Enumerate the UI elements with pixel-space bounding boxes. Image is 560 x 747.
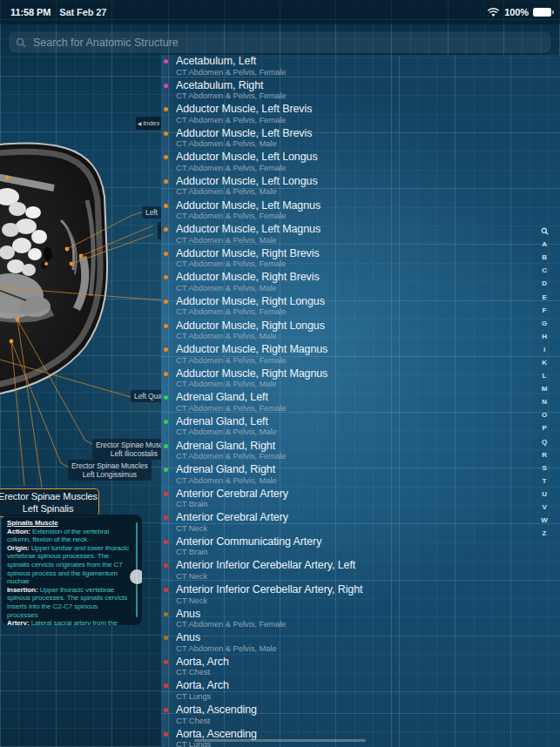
structure-source: CT Brain [176,499,208,509]
index-letter-s[interactable]: S [536,461,552,474]
index-letter-i[interactable]: I [536,343,552,356]
index-letter-c[interactable]: C [536,264,552,277]
structure-name: Adductor Muscle, Right Brevis [176,247,320,259]
structure-color-dot [164,660,168,664]
index-letter-b[interactable]: B [536,251,552,264]
info-scroll-handle[interactable] [130,569,142,584]
structure-color-dot [164,347,168,352]
list-item[interactable]: Anterior Communicating ArteryCT Brain [161,535,560,560]
info-field: Artery: Lateral sacral artery from the i… [7,619,130,625]
index-search-icon[interactable] [536,225,552,238]
list-item[interactable]: Acetabulum, RightCT Abdomen & Pelvis, Fe… [161,79,560,104]
index-letter-m[interactable]: M [536,382,552,395]
structure-color-dot [164,636,168,640]
list-item[interactable]: Anterior Inferior Cerebellar Artery, Rig… [161,583,560,608]
list-item[interactable]: Adductor Muscle, Right MagnusCT Abdomen … [161,343,560,367]
list-item[interactable]: Adductor Muscle, Right BrevisCT Abdomen … [161,271,560,295]
list-item[interactable]: Aorta, ArchCT Chest [161,656,560,680]
list-item[interactable]: Adrenal Gland, RightCT Abdomen & Pelvis,… [161,463,560,488]
index-letter-e[interactable]: E [536,290,552,303]
structure-name: Anus [176,608,200,620]
index-letter-f[interactable]: F [536,304,552,317]
index-letter-p[interactable]: P [536,421,552,434]
index-letter-r[interactable]: R [536,448,552,461]
structure-source: CT Abdomen & Pelvis, Female [176,451,287,461]
info-fields: Action: Extension of the vertebral colum… [7,528,130,625]
structure-color-dot [164,84,168,88]
structure-color-dot [164,227,168,232]
index-letter-u[interactable]: U [536,488,552,501]
structure-color-dot [164,107,168,111]
list-item[interactable]: Adrenal Gland, LeftCT Abdomen & Pelvis, … [161,415,560,440]
structure-source: CT Chest [176,716,210,726]
index-letter-n[interactable]: N [536,395,552,408]
list-item[interactable]: Anterior Cerebral ArteryCT Neck [161,511,560,535]
list-item[interactable]: Adductor Muscle, Left BrevisCT Abdomen &… [161,127,560,151]
list-item[interactable]: Adductor Muscle, Right LongusCT Abdomen … [161,320,560,344]
structure-source: CT Brain [176,547,208,557]
structure-source: CT Abdomen & Pelvis, Female [176,211,287,221]
index-letter-g[interactable]: G [536,317,552,330]
index-letter-l[interactable]: L [536,369,552,382]
index-letter-t[interactable]: T [536,474,552,488]
label-left-quad[interactable]: Left Quad [131,390,165,402]
label-erector-longissimus[interactable]: Erector Spinae Muscles Left Longissimus [68,460,152,481]
search-input[interactable] [31,36,551,50]
index-letter-v[interactable]: V [536,501,552,514]
info-field-label: Artery: [7,619,31,625]
index-letter-k[interactable]: K [536,356,552,369]
ct-scan-graphic [0,139,122,446]
info-field: Insertion: Upper thoracic vertebrae spin… [7,586,130,619]
structure-name: Anterior Inferior Cerebellar Artery, Rig… [176,583,362,596]
index-letter-z[interactable]: Z [536,527,552,540]
label-line2: Left Spinalis [0,503,98,515]
list-item[interactable]: Anterior Cerebral ArteryCT Brain [161,488,560,512]
list-item[interactable]: Adductor Muscle, Right LongusCT Abdomen … [161,295,560,320]
index-letter-q[interactable]: Q [536,435,552,448]
list-item[interactable]: Anterior Inferior Cerebellar Artery, Lef… [161,559,560,583]
list-item[interactable]: Aorta, AscendingCT Chest [161,703,560,728]
structure-color-dot [164,275,168,279]
label-erector-spinalis-selected[interactable]: Erector Spinae Muscles Left Spinalis [0,488,99,517]
list-item[interactable]: Adrenal Gland, RightCT Abdomen & Pelvis,… [161,440,560,464]
ct-axial-image[interactable] [0,139,122,446]
info-title: Spinalis Muscle [7,519,130,528]
list-item[interactable]: Adductor Muscle, Left LongusCT Abdomen &… [161,151,560,175]
structure-source: CT Lungs [176,691,211,702]
label-line1: Erector Spinae Muscles [71,461,148,470]
list-item[interactable]: Aorta, AscendingCT Lungs [161,728,560,747]
structure-source: CT Abdomen & Pelvis, Male [176,235,277,246]
index-letter-w[interactable]: W [536,514,552,527]
list-item[interactable]: Adductor Muscle, Left LongusCT Abdomen &… [161,175,560,199]
list-item[interactable]: Adductor Muscle, Left MagnusCT Abdomen &… [161,199,560,224]
list-item[interactable]: Adrenal Gland, LeftCT Abdomen & Pelvis, … [161,391,560,415]
list-item[interactable]: Adductor Muscle, Left MagnusCT Abdomen &… [161,223,560,247]
structure-name: Adrenal Gland, Left [176,391,268,403]
list-item[interactable]: AnusCT Abdomen & Pelvis, Male [161,631,560,656]
index-letter-a[interactable]: A [536,238,552,251]
structure-color-dot [164,299,168,304]
structure-color-dot [164,732,168,737]
list-item[interactable]: Adductor Muscle, Right MagnusCT Abdomen … [161,367,560,392]
index-back-button[interactable]: ◀ Index [136,117,161,130]
horizontal-scrollbar[interactable] [194,739,366,742]
structure-name: Aorta, Arch [176,679,229,691]
structure-name: Adductor Muscle, Left Longus [176,151,318,163]
list-item[interactable]: Acetabulum, LeftCT Abdomen & Pelvis, Fem… [161,55,560,79]
list-item[interactable]: AnusCT Abdomen & Pelvis, Female [161,608,560,632]
structure-name: Anterior Inferior Cerebellar Artery, Lef… [176,559,355,571]
index-letter-h[interactable]: H [536,330,552,343]
structure-source: CT Abdomen & Pelvis, Female [176,115,287,125]
alphabet-index-bar: ABCDEFGHIKLMNOPQRSTUVWZ [536,225,552,540]
list-item[interactable]: Aorta, ArchCT Lungs [161,679,560,703]
structure-name: Adductor Muscle, Left Longus [176,175,318,187]
list-item[interactable]: Adductor Muscle, Right BrevisCT Abdomen … [161,247,560,272]
muscle-info-panel[interactable]: Spinalis Muscle Action: Extension of the… [2,515,142,625]
structure-name: Acetabulum, Right [176,79,263,91]
index-letter-o[interactable]: O [536,408,552,421]
structure-source: CT Abdomen & Pelvis, Female [176,67,287,77]
structure-source: CT Neck [176,596,207,606]
index-letter-d[interactable]: D [536,277,552,290]
structure-name: Adductor Muscle, Right Brevis [176,271,320,283]
list-item[interactable]: Adductor Muscle, Left BrevisCT Abdomen &… [161,103,560,127]
